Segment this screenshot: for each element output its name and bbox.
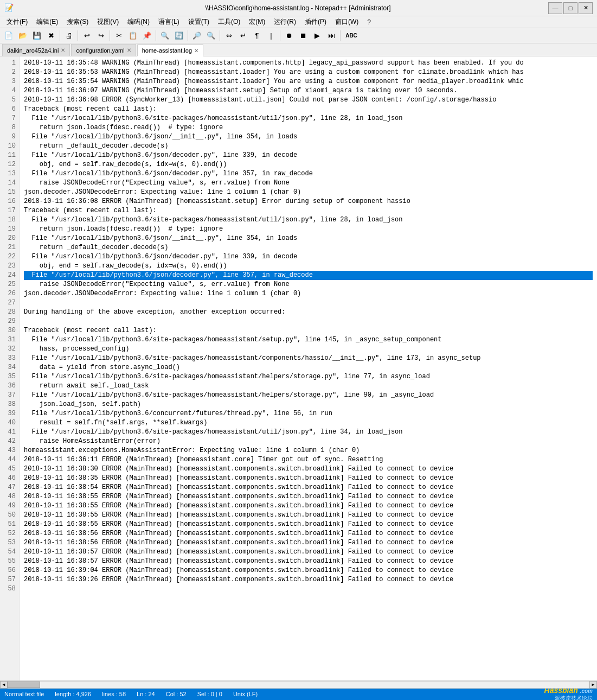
code-line: obj, end = self.raw_decode(s, idx=w(s, 0… bbox=[24, 160, 593, 169]
horizontal-scrollbar[interactable]: ◀ ▶ bbox=[0, 680, 597, 688]
editor[interactable]: 1234567891011121314151617181920212223242… bbox=[0, 56, 597, 680]
new-button[interactable]: 📄 bbox=[2, 30, 15, 42]
line-number: 54 bbox=[4, 548, 16, 557]
line-number: 11 bbox=[4, 151, 16, 160]
menu-tools[interactable]: 工具(O) bbox=[214, 16, 245, 28]
window-controls[interactable]: — □ ✕ bbox=[548, 2, 593, 14]
tab-log-close[interactable]: ✕ bbox=[194, 48, 198, 54]
code-line: File "/usr/local/lib/python3.6/site-pack… bbox=[24, 428, 593, 437]
menu-settings[interactable]: 设置(T) bbox=[184, 16, 214, 28]
abc-button[interactable]: ABC bbox=[343, 30, 360, 42]
all-chars-button[interactable]: ¶ bbox=[251, 30, 264, 42]
menu-macro[interactable]: 宏(M) bbox=[245, 16, 269, 28]
code-line: File "/usr/local/lib/python3.6/site-pack… bbox=[24, 335, 593, 345]
redo-button[interactable]: ↪ bbox=[94, 30, 107, 42]
toolbar-sep-8 bbox=[340, 30, 341, 41]
tab-configuration[interactable]: configuration.yaml ✕ bbox=[71, 44, 136, 56]
indent-guide-button[interactable]: | bbox=[265, 30, 278, 42]
line-number: 45 bbox=[4, 464, 16, 474]
line-number: 32 bbox=[4, 345, 16, 354]
menu-lang[interactable]: 语言(L) bbox=[154, 16, 184, 28]
word-wrap-button[interactable]: ↵ bbox=[236, 30, 249, 42]
menu-run[interactable]: 运行(R) bbox=[269, 16, 300, 28]
code-line: 2018-10-11 16:35:54 WARNING (MainThread)… bbox=[24, 77, 593, 86]
tab-daikin-close[interactable]: ✕ bbox=[61, 47, 65, 53]
tab-daikin-label: daikin_aro452a4.ini bbox=[7, 47, 59, 54]
line-number: 38 bbox=[4, 400, 16, 409]
paste-button[interactable]: 📌 bbox=[140, 30, 153, 42]
menu-search[interactable]: 搜索(S) bbox=[62, 16, 93, 28]
toolbar-sep-5 bbox=[188, 30, 188, 41]
status-left: Normal text file length : 4,926 lines : … bbox=[4, 691, 258, 697]
code-line: 2018-10-11 16:38:35 ERROR (MainThread) [… bbox=[24, 474, 593, 483]
find-button[interactable]: 🔍 bbox=[158, 30, 171, 42]
cut-button[interactable]: ✂ bbox=[112, 30, 125, 42]
code-line: return await self._load_task bbox=[24, 381, 593, 391]
macro-record-button[interactable]: ⏺ bbox=[283, 30, 296, 42]
code-line: 2018-10-11 16:36:08 ERROR (MainThread) [… bbox=[24, 197, 593, 206]
macro-stop-button[interactable]: ⏹ bbox=[297, 30, 310, 42]
code-line: File "/usr/local/lib/python3.6/json/deco… bbox=[24, 271, 593, 280]
menu-edit[interactable]: 编辑(E) bbox=[32, 16, 62, 28]
sync-scroll-button[interactable]: ⇔ bbox=[222, 30, 235, 42]
code-line: 2018-10-11 16:38:57 ERROR (MainThread) [… bbox=[24, 557, 593, 566]
minimize-button[interactable]: — bbox=[548, 2, 562, 14]
scroll-thumb[interactable] bbox=[8, 682, 40, 688]
copy-button[interactable]: 📋 bbox=[126, 30, 139, 42]
hassbian-tagline: 派彼岸技术论坛 bbox=[555, 695, 593, 700]
line-number: 41 bbox=[4, 428, 16, 437]
code-line: 2018-10-11 16:38:55 ERROR (MainThread) [… bbox=[24, 520, 593, 529]
line-number: 15 bbox=[4, 188, 16, 197]
zoom-in-button[interactable]: 🔎 bbox=[190, 30, 203, 42]
menu-file[interactable]: 文件(F) bbox=[2, 16, 32, 28]
sel-label: Sel : 0 | 0 bbox=[197, 691, 222, 697]
code-line: File "/usr/local/lib/python3.6/json/deco… bbox=[24, 252, 593, 262]
line-number: 44 bbox=[4, 455, 16, 464]
line-number: 42 bbox=[4, 437, 16, 446]
code-line: raise JSONDecodeError("Expecting value",… bbox=[24, 179, 593, 188]
line-number: 35 bbox=[4, 372, 16, 381]
scroll-left[interactable]: ◀ bbox=[0, 681, 8, 689]
macro-run-multiple-button[interactable]: ⏭ bbox=[325, 30, 338, 42]
tab-home-assistant-log[interactable]: home-assistant.log ✕ bbox=[137, 44, 203, 56]
line-number: 14 bbox=[4, 179, 16, 188]
code-line: File "/usr/local/lib/python3.6/json/deco… bbox=[24, 151, 593, 160]
menu-help[interactable]: ? bbox=[363, 17, 375, 27]
line-number: 1 bbox=[4, 59, 16, 68]
line-numbers: 1234567891011121314151617181920212223242… bbox=[0, 56, 20, 680]
line-number: 17 bbox=[4, 206, 16, 215]
macro-play-button[interactable]: ▶ bbox=[311, 30, 324, 42]
close-doc-button[interactable]: ✖ bbox=[44, 30, 57, 42]
code-line: result = self.fn(*self.args, **self.kwar… bbox=[24, 418, 593, 428]
code-line bbox=[24, 298, 593, 308]
line-number: 23 bbox=[4, 262, 16, 271]
menu-view[interactable]: 视图(V) bbox=[93, 16, 123, 28]
code-line: 2018-10-11 16:35:48 WARNING (MainThread)… bbox=[24, 59, 593, 68]
code-line: 2018-10-11 16:38:30 ERROR (MainThread) [… bbox=[24, 464, 593, 474]
tab-log-label: home-assistant.log bbox=[142, 47, 192, 54]
code-content[interactable]: 2018-10-11 16:35:48 WARNING (MainThread)… bbox=[20, 56, 597, 680]
line-number: 43 bbox=[4, 446, 16, 455]
code-line: 2018-10-11 16:38:55 ERROR (MainThread) [… bbox=[24, 501, 593, 511]
menu-plugins[interactable]: 插件(P) bbox=[300, 16, 331, 28]
tab-configuration-close[interactable]: ✕ bbox=[127, 47, 131, 53]
line-number: 25 bbox=[4, 280, 16, 289]
maximize-button[interactable]: □ bbox=[563, 2, 577, 14]
open-button[interactable]: 📂 bbox=[16, 30, 29, 42]
tab-daikin[interactable]: daikin_aro452a4.ini ✕ bbox=[2, 44, 70, 56]
code-line: data = yield from store.async_load() bbox=[24, 363, 593, 372]
toolbar-sep-7 bbox=[280, 30, 280, 41]
scroll-track[interactable] bbox=[8, 681, 589, 689]
close-button[interactable]: ✕ bbox=[579, 2, 593, 14]
line-number: 31 bbox=[4, 335, 16, 345]
menu-window[interactable]: 窗口(W) bbox=[331, 16, 363, 28]
zoom-out-button[interactable]: 🔍 bbox=[204, 30, 217, 42]
undo-button[interactable]: ↩ bbox=[80, 30, 93, 42]
replace-button[interactable]: 🔄 bbox=[172, 30, 185, 42]
print-button[interactable]: 🖨 bbox=[62, 30, 75, 42]
menu-encode[interactable]: 编码(N) bbox=[123, 16, 154, 28]
code-line: raise HomeAssistantError(error) bbox=[24, 437, 593, 446]
line-number: 30 bbox=[4, 326, 16, 335]
save-button[interactable]: 💾 bbox=[30, 30, 43, 42]
code-line: 2018-10-11 16:36:07 WARNING (MainThread)… bbox=[24, 86, 593, 96]
